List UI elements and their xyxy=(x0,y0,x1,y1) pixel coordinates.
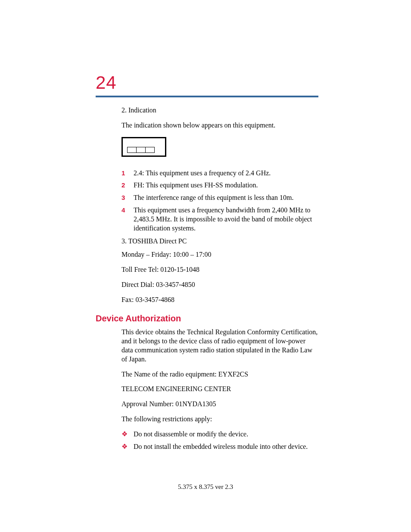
list-item: ❖ Do not disassemble or modify the devic… xyxy=(121,430,318,439)
item-number: 1 xyxy=(121,169,134,177)
diamond-bullet-icon: ❖ xyxy=(121,442,134,451)
page-number: 24 xyxy=(96,72,318,93)
contact-line: Toll Free Tel: 0120-15-1048 xyxy=(121,265,318,274)
page-footer: 5.375 x 8.375 ver 2.3 xyxy=(0,483,411,491)
section1-intro: The indication shown below appears on th… xyxy=(121,121,318,130)
auth-body: This device obtains the Technical Regula… xyxy=(121,328,318,451)
diamond-bullet-icon: ❖ xyxy=(121,430,134,438)
item-number: 2 xyxy=(121,181,134,190)
item-number: 4 xyxy=(121,206,134,215)
numbered-list: 1 2.4: This equipment uses a frequency o… xyxy=(121,169,318,233)
section1-title: 2. Indication xyxy=(121,106,318,115)
item-text: Do not disassemble or modify the device. xyxy=(134,430,248,439)
auth-paragraph: TELECOM ENGINEERING CENTER xyxy=(121,385,318,394)
item-text: The interference range of this equipment… xyxy=(134,193,293,202)
item-text: 2.4: This equipment uses a frequency of … xyxy=(134,169,271,178)
item-text: This equipment uses a frequency bandwidt… xyxy=(134,206,318,233)
contact-line: Fax: 03-3457-4868 xyxy=(121,296,318,305)
item-text: FH: This equipment uses FH-SS modulation… xyxy=(134,181,258,190)
header-rule xyxy=(96,96,318,97)
item-text: Do not install the embedded wireless mod… xyxy=(134,442,308,451)
auth-paragraph: This device obtains the Technical Regula… xyxy=(121,328,318,364)
list-item: 2 FH: This equipment uses FH-SS modulati… xyxy=(121,181,318,190)
section2-title: 3. TOSHIBA Direct PC xyxy=(121,237,318,246)
auth-paragraph: Approval Number: 01NYDA1305 xyxy=(121,400,318,409)
auth-paragraph: The Name of the radio equipment: EYXF2CS xyxy=(121,370,318,379)
indication-grid xyxy=(127,147,155,153)
indication-diagram xyxy=(121,137,166,157)
section-heading: Device Authorization xyxy=(96,314,318,324)
auth-paragraph: The following restrictions apply: xyxy=(121,415,318,424)
list-item: ❖ Do not install the embedded wireless m… xyxy=(121,442,318,451)
list-item: 1 2.4: This equipment uses a frequency o… xyxy=(121,169,318,178)
item-number: 3 xyxy=(121,193,134,202)
contact-line: Direct Dial: 03-3457-4850 xyxy=(121,280,318,289)
contact-line: Monday – Friday: 10:00 – 17:00 xyxy=(121,250,318,259)
list-item: 3 The interference range of this equipme… xyxy=(121,193,318,202)
bullet-list: ❖ Do not disassemble or modify the devic… xyxy=(121,430,318,451)
list-item: 4 This equipment uses a frequency bandwi… xyxy=(121,206,318,233)
page-content: 24 2. Indication The indication shown be… xyxy=(0,0,411,451)
body: 2. Indication The indication shown below… xyxy=(121,106,318,304)
